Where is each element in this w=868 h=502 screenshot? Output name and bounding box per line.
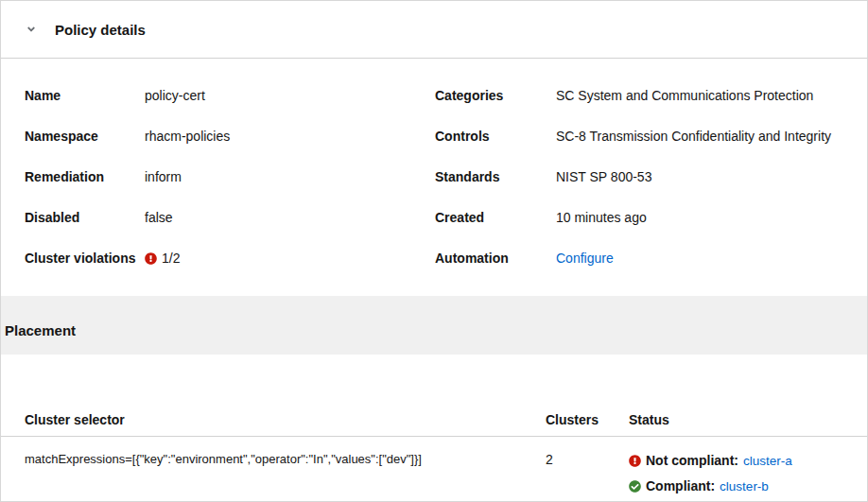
controls-value: SC-8 Transmission Confidentiality and In… (556, 129, 843, 144)
chevron-down-icon[interactable] (25, 23, 38, 36)
violation-ratio: 1/2 (162, 251, 180, 266)
controls-label: Controls (435, 129, 556, 144)
status-cell: Not compliant: cluster-a Compliant: clus… (629, 452, 859, 493)
placement-section: Placement (1, 296, 867, 355)
automation-label: Automation (435, 251, 556, 266)
cluster-violations-value: 1/2 (145, 251, 435, 268)
remediation-value: inform (145, 169, 435, 184)
policy-details-title: Policy details (55, 22, 146, 38)
namespace-label: Namespace (25, 129, 145, 144)
placement-heading: Placement (5, 322, 867, 338)
details-left-column: Name policy-cert Namespace rhacm-policie… (25, 88, 435, 268)
name-value: policy-cert (145, 88, 435, 103)
policy-page: Policy details Name policy-cert Namespac… (0, 0, 868, 502)
cluster-a-link[interactable]: cluster-a (743, 454, 792, 468)
disabled-label: Disabled (25, 210, 145, 225)
policy-details-expander[interactable]: Policy details (1, 1, 867, 59)
categories-value: SC System and Communications Protection (556, 88, 843, 103)
placement-table-row: matchExpressions=[{"key":"environment","… (1, 437, 867, 502)
column-header-status: Status (629, 355, 867, 437)
categories-label: Categories (435, 88, 556, 103)
details-right-column: Categories SC System and Communications … (435, 88, 843, 268)
placement-card: Cluster selector Clusters Status matchEx… (1, 355, 867, 501)
disabled-value: false (145, 210, 435, 225)
standards-label: Standards (435, 169, 556, 184)
created-value: 10 minutes ago (556, 210, 843, 225)
check-circle-icon (629, 480, 641, 493)
cluster-b-link[interactable]: cluster-b (720, 479, 769, 493)
exclamation-circle-icon (145, 252, 157, 265)
column-header-clusters: Clusters (546, 355, 629, 437)
configure-automation-link[interactable]: Configure (556, 251, 614, 266)
namespace-value: rhacm-policies (145, 129, 435, 144)
status-line-compliant: Compliant: cluster-b (629, 478, 859, 493)
remediation-label: Remediation (25, 169, 145, 184)
policy-details-body: Name policy-cert Namespace rhacm-policie… (1, 59, 867, 290)
name-label: Name (25, 88, 145, 103)
clusters-count: 2 (546, 452, 553, 467)
not-compliant-label: Not compliant: (646, 453, 738, 468)
exclamation-circle-icon (629, 455, 641, 467)
placement-table-header-row: Cluster selector Clusters Status (1, 355, 867, 437)
standards-value: NIST SP 800-53 (556, 169, 843, 184)
policy-details-card: Policy details Name policy-cert Namespac… (1, 1, 867, 296)
placement-table: Cluster selector Clusters Status matchEx… (1, 355, 867, 501)
created-label: Created (435, 210, 556, 225)
column-header-cluster-selector: Cluster selector (1, 355, 546, 437)
cluster-violations-label: Cluster violations (25, 251, 145, 268)
cluster-selector-value: matchExpressions=[{"key":"environment","… (25, 452, 422, 466)
compliant-label: Compliant: (646, 478, 715, 493)
status-line-not-compliant: Not compliant: cluster-a (629, 453, 859, 468)
